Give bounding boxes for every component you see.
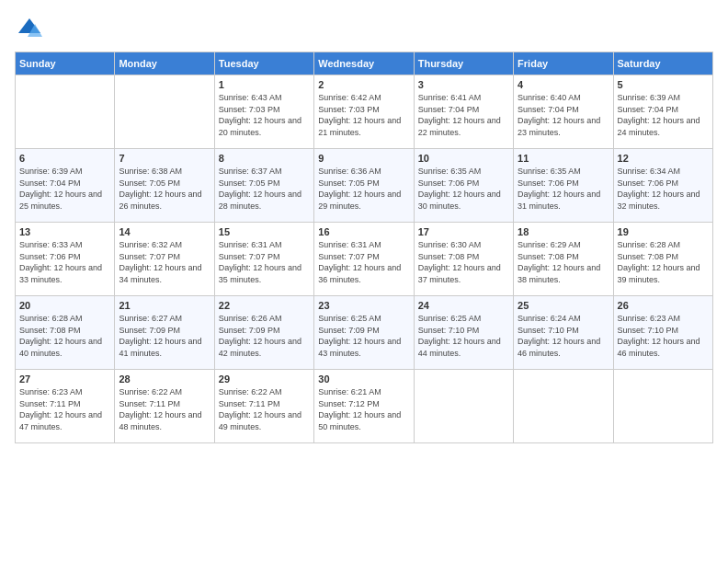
day-info: Sunrise: 6:25 AM Sunset: 7:10 PM Dayligh… <box>418 313 509 359</box>
day-cell: 17Sunrise: 6:30 AM Sunset: 7:08 PM Dayli… <box>414 223 513 296</box>
weekday-header-friday: Friday <box>514 52 613 75</box>
day-number: 13 <box>19 226 110 237</box>
day-number: 16 <box>318 226 409 237</box>
day-number: 2 <box>318 79 409 90</box>
day-cell: 13Sunrise: 6:33 AM Sunset: 7:06 PM Dayli… <box>16 223 115 296</box>
day-info: Sunrise: 6:29 AM Sunset: 7:08 PM Dayligh… <box>518 239 609 285</box>
day-number: 3 <box>418 79 509 90</box>
day-number: 24 <box>418 300 509 311</box>
day-cell: 11Sunrise: 6:35 AM Sunset: 7:06 PM Dayli… <box>514 149 613 223</box>
day-cell: 12Sunrise: 6:34 AM Sunset: 7:06 PM Dayli… <box>613 149 712 223</box>
day-info: Sunrise: 6:40 AM Sunset: 7:04 PM Dayligh… <box>518 92 609 138</box>
day-number: 23 <box>318 300 409 311</box>
day-number: 1 <box>219 79 310 90</box>
day-info: Sunrise: 6:32 AM Sunset: 7:07 PM Dayligh… <box>119 239 210 285</box>
day-info: Sunrise: 6:23 AM Sunset: 7:10 PM Dayligh… <box>618 313 709 359</box>
week-row-4: 20Sunrise: 6:28 AM Sunset: 7:08 PM Dayli… <box>16 296 713 370</box>
day-cell: 26Sunrise: 6:23 AM Sunset: 7:10 PM Dayli… <box>613 296 712 370</box>
day-number: 20 <box>19 300 110 311</box>
day-info: Sunrise: 6:27 AM Sunset: 7:09 PM Dayligh… <box>119 313 210 359</box>
day-cell <box>414 370 513 443</box>
day-info: Sunrise: 6:39 AM Sunset: 7:04 PM Dayligh… <box>618 92 709 138</box>
page-header <box>15 15 713 40</box>
day-number: 11 <box>518 153 609 164</box>
day-number: 22 <box>219 300 310 311</box>
day-cell: 24Sunrise: 6:25 AM Sunset: 7:10 PM Dayli… <box>414 296 513 370</box>
day-number: 28 <box>119 373 210 385</box>
day-cell: 15Sunrise: 6:31 AM Sunset: 7:07 PM Dayli… <box>214 223 313 296</box>
day-cell: 6Sunrise: 6:39 AM Sunset: 7:04 PM Daylig… <box>16 149 115 223</box>
week-row-2: 6Sunrise: 6:39 AM Sunset: 7:04 PM Daylig… <box>16 149 713 223</box>
week-row-3: 13Sunrise: 6:33 AM Sunset: 7:06 PM Dayli… <box>16 223 713 296</box>
day-info: Sunrise: 6:35 AM Sunset: 7:06 PM Dayligh… <box>418 166 509 212</box>
day-info: Sunrise: 6:26 AM Sunset: 7:09 PM Dayligh… <box>219 313 310 359</box>
day-cell: 27Sunrise: 6:23 AM Sunset: 7:11 PM Dayli… <box>16 370 115 443</box>
weekday-header-row: SundayMondayTuesdayWednesdayThursdayFrid… <box>16 52 713 75</box>
day-number: 26 <box>618 300 709 311</box>
day-cell: 29Sunrise: 6:22 AM Sunset: 7:11 PM Dayli… <box>214 370 313 443</box>
day-cell: 21Sunrise: 6:27 AM Sunset: 7:09 PM Dayli… <box>115 296 214 370</box>
day-number: 29 <box>219 373 310 385</box>
day-info: Sunrise: 6:23 AM Sunset: 7:11 PM Dayligh… <box>19 386 110 432</box>
day-info: Sunrise: 6:33 AM Sunset: 7:06 PM Dayligh… <box>19 239 110 285</box>
day-number: 19 <box>618 226 709 237</box>
weekday-header-tuesday: Tuesday <box>214 52 313 75</box>
day-number: 6 <box>19 153 110 164</box>
day-cell: 18Sunrise: 6:29 AM Sunset: 7:08 PM Dayli… <box>514 223 613 296</box>
day-number: 17 <box>418 226 509 237</box>
day-number: 12 <box>618 153 709 164</box>
day-cell: 23Sunrise: 6:25 AM Sunset: 7:09 PM Dayli… <box>314 296 414 370</box>
logo <box>15 15 42 40</box>
day-info: Sunrise: 6:28 AM Sunset: 7:08 PM Dayligh… <box>19 313 110 359</box>
day-cell <box>514 370 613 443</box>
day-cell: 7Sunrise: 6:38 AM Sunset: 7:05 PM Daylig… <box>115 149 214 223</box>
day-number: 4 <box>518 79 609 90</box>
day-cell: 3Sunrise: 6:41 AM Sunset: 7:04 PM Daylig… <box>414 75 513 149</box>
day-info: Sunrise: 6:28 AM Sunset: 7:08 PM Dayligh… <box>618 239 709 285</box>
logo-icon <box>17 15 42 40</box>
weekday-header-monday: Monday <box>115 52 214 75</box>
day-number: 8 <box>219 153 310 164</box>
day-cell: 28Sunrise: 6:22 AM Sunset: 7:11 PM Dayli… <box>115 370 214 443</box>
day-info: Sunrise: 6:24 AM Sunset: 7:10 PM Dayligh… <box>518 313 609 359</box>
day-number: 5 <box>618 79 709 90</box>
day-cell: 22Sunrise: 6:26 AM Sunset: 7:09 PM Dayli… <box>214 296 313 370</box>
day-info: Sunrise: 6:22 AM Sunset: 7:11 PM Dayligh… <box>119 386 210 432</box>
weekday-header-sunday: Sunday <box>16 52 115 75</box>
day-cell: 4Sunrise: 6:40 AM Sunset: 7:04 PM Daylig… <box>514 75 613 149</box>
day-cell: 16Sunrise: 6:31 AM Sunset: 7:07 PM Dayli… <box>314 223 414 296</box>
day-info: Sunrise: 6:42 AM Sunset: 7:03 PM Dayligh… <box>318 92 409 138</box>
day-info: Sunrise: 6:43 AM Sunset: 7:03 PM Dayligh… <box>219 92 310 138</box>
day-info: Sunrise: 6:21 AM Sunset: 7:12 PM Dayligh… <box>318 386 409 432</box>
week-row-1: 1Sunrise: 6:43 AM Sunset: 7:03 PM Daylig… <box>16 75 713 149</box>
day-info: Sunrise: 6:35 AM Sunset: 7:06 PM Dayligh… <box>518 166 609 212</box>
day-info: Sunrise: 6:36 AM Sunset: 7:05 PM Dayligh… <box>318 166 409 212</box>
day-info: Sunrise: 6:37 AM Sunset: 7:05 PM Dayligh… <box>219 166 310 212</box>
day-cell: 10Sunrise: 6:35 AM Sunset: 7:06 PM Dayli… <box>414 149 513 223</box>
day-number: 9 <box>318 153 409 164</box>
day-info: Sunrise: 6:38 AM Sunset: 7:05 PM Dayligh… <box>119 166 210 212</box>
calendar-table: SundayMondayTuesdayWednesdayThursdayFrid… <box>15 52 713 443</box>
day-number: 30 <box>318 373 409 385</box>
weekday-header-saturday: Saturday <box>613 52 712 75</box>
day-cell: 1Sunrise: 6:43 AM Sunset: 7:03 PM Daylig… <box>214 75 313 149</box>
day-cell: 2Sunrise: 6:42 AM Sunset: 7:03 PM Daylig… <box>314 75 414 149</box>
day-cell <box>16 75 115 149</box>
day-cell: 30Sunrise: 6:21 AM Sunset: 7:12 PM Dayli… <box>314 370 414 443</box>
day-cell <box>115 75 214 149</box>
day-info: Sunrise: 6:39 AM Sunset: 7:04 PM Dayligh… <box>19 166 110 212</box>
day-info: Sunrise: 6:31 AM Sunset: 7:07 PM Dayligh… <box>318 239 409 285</box>
day-number: 27 <box>19 373 110 385</box>
day-cell <box>613 370 712 443</box>
day-info: Sunrise: 6:22 AM Sunset: 7:11 PM Dayligh… <box>219 386 310 432</box>
day-number: 25 <box>518 300 609 311</box>
day-cell: 8Sunrise: 6:37 AM Sunset: 7:05 PM Daylig… <box>214 149 313 223</box>
day-cell: 5Sunrise: 6:39 AM Sunset: 7:04 PM Daylig… <box>613 75 712 149</box>
day-number: 18 <box>518 226 609 237</box>
day-info: Sunrise: 6:41 AM Sunset: 7:04 PM Dayligh… <box>418 92 509 138</box>
day-cell: 19Sunrise: 6:28 AM Sunset: 7:08 PM Dayli… <box>613 223 712 296</box>
day-info: Sunrise: 6:31 AM Sunset: 7:07 PM Dayligh… <box>219 239 310 285</box>
day-cell: 25Sunrise: 6:24 AM Sunset: 7:10 PM Dayli… <box>514 296 613 370</box>
day-number: 21 <box>119 300 210 311</box>
day-number: 10 <box>418 153 509 164</box>
